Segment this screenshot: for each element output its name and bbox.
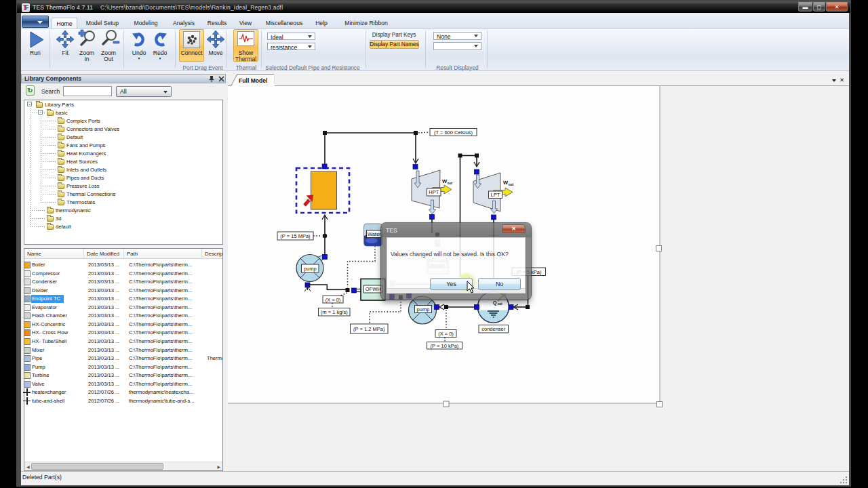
- svg-text:out: out: [448, 181, 453, 185]
- svg-text:pump: pump: [417, 306, 430, 312]
- svg-text:(X = 0): (X = 0): [438, 331, 454, 337]
- svg-text:HPT: HPT: [429, 189, 439, 195]
- svg-text:(X = 0): (X = 0): [326, 297, 341, 303]
- svg-text:(P = 15 MPa): (P = 15 MPa): [280, 233, 311, 239]
- svg-text:(P = 10 kPa): (P = 10 kPa): [431, 343, 459, 349]
- svg-text:pump: pump: [304, 266, 317, 272]
- svg-text:(P = 1.2 MPa): (P = 1.2 MPa): [353, 326, 385, 332]
- svg-text:(m = 1 kg/s): (m = 1 kg/s): [321, 309, 348, 315]
- svg-text:(T = 600 Celsius): (T = 600 Celsius): [434, 129, 473, 136]
- svg-text:out: out: [509, 182, 514, 186]
- svg-text:OFWH: OFWH: [366, 286, 381, 292]
- svg-text:out: out: [498, 302, 503, 306]
- svg-text:LPT: LPT: [491, 192, 500, 198]
- svg-text:Water: Water: [368, 231, 381, 237]
- svg-text:condenser: condenser: [481, 326, 506, 332]
- svg-text:Q: Q: [493, 300, 497, 306]
